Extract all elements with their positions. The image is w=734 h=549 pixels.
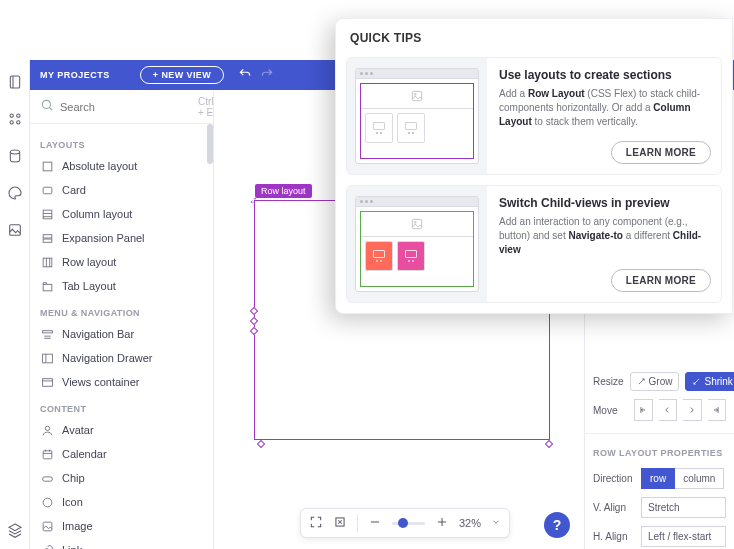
section-content: CONTENT (30, 394, 213, 418)
list-item[interactable]: Link (30, 538, 213, 549)
direction-row-button[interactable]: row (641, 468, 675, 489)
tab-layout-icon (40, 279, 54, 293)
layers-icon[interactable] (7, 522, 23, 541)
search-input[interactable] (60, 101, 198, 113)
search-shortcut: Ctrl + E (198, 96, 214, 118)
column-layout-icon (40, 207, 54, 221)
new-view-button[interactable]: + NEW VIEW (140, 66, 224, 84)
shrink-button[interactable]: Shrink (685, 372, 734, 391)
svg-rect-19 (43, 450, 52, 458)
fit-icon[interactable] (333, 515, 347, 532)
undo-button[interactable] (238, 67, 252, 84)
quick-tips-header: QUICK TIPS (336, 19, 732, 53)
list-item[interactable]: Calendar (30, 442, 213, 466)
selection-label: Row layout (255, 184, 312, 198)
tip-description: Add an interaction to any component (e.g… (499, 215, 711, 257)
svg-rect-17 (42, 378, 52, 386)
svg-rect-11 (43, 234, 52, 237)
quick-tips-panel: QUICK TIPS Use layouts to create section… (335, 18, 733, 314)
list-item[interactable]: Absolute layout (30, 154, 213, 178)
svg-point-4 (16, 121, 19, 124)
tip-title: Switch Child-views in preview (499, 196, 711, 210)
help-button[interactable]: ? (544, 512, 570, 538)
left-rail (0, 60, 30, 549)
list-item[interactable]: Card (30, 178, 213, 202)
halign-select[interactable]: Left / flex-start (641, 526, 726, 547)
data-icon[interactable] (7, 148, 23, 167)
halign-label: H. Align (593, 531, 635, 542)
zoom-slider[interactable] (392, 522, 425, 525)
fullscreen-icon[interactable] (309, 515, 323, 532)
expansion-panel-icon (40, 231, 54, 245)
direction-label: Direction (593, 473, 635, 484)
svg-rect-9 (43, 187, 52, 194)
views-container-icon (40, 375, 54, 389)
move-end-button[interactable] (708, 399, 726, 421)
calendar-icon (40, 447, 54, 461)
components-icon[interactable] (7, 111, 23, 130)
svg-rect-14 (43, 284, 52, 291)
svg-rect-15 (42, 330, 52, 332)
navbar-icon (40, 327, 54, 341)
svg-point-25 (414, 93, 416, 95)
valign-select[interactable]: Stretch (641, 497, 726, 518)
zoom-value: 32% (459, 517, 481, 529)
row-layout-section-title: ROW LAYOUT PROPERTIES (585, 433, 734, 464)
svg-rect-12 (43, 239, 52, 242)
list-item[interactable]: Views container (30, 370, 213, 394)
link-icon (40, 543, 54, 549)
theme-icon[interactable] (7, 185, 23, 204)
svg-point-3 (10, 121, 13, 124)
scrollbar-thumb[interactable] (207, 124, 213, 164)
resize-handle[interactable] (545, 440, 553, 448)
zoom-out-button[interactable] (368, 515, 382, 532)
list-item[interactable]: Chip (30, 466, 213, 490)
list-item[interactable]: Tab Layout (30, 274, 213, 298)
components-panel: Ctrl + E LAYOUTS Absolute layout Card Co… (30, 90, 214, 549)
section-menu: MENU & NAVIGATION (30, 298, 213, 322)
redo-button[interactable] (260, 67, 274, 84)
svg-rect-26 (412, 219, 421, 228)
move-right-button[interactable] (683, 399, 701, 421)
zoom-in-button[interactable] (435, 515, 449, 532)
zoom-toolbar: 32% (300, 508, 510, 538)
list-item[interactable]: Icon (30, 490, 213, 514)
list-item[interactable]: Navigation Bar (30, 322, 213, 346)
svg-rect-24 (412, 91, 421, 100)
svg-rect-8 (43, 162, 52, 171)
grow-button[interactable]: Grow (630, 372, 680, 391)
list-item[interactable]: Image (30, 514, 213, 538)
tip-thumbnail (347, 58, 487, 174)
assets-icon[interactable] (7, 222, 23, 241)
move-left-button[interactable] (659, 399, 677, 421)
pages-icon[interactable] (7, 74, 23, 93)
zoom-dropdown[interactable] (491, 516, 501, 530)
svg-rect-22 (43, 522, 52, 531)
list-item[interactable]: Expansion Panel (30, 226, 213, 250)
list-item[interactable]: Navigation Drawer (30, 346, 213, 370)
direction-column-button[interactable]: column (675, 468, 724, 489)
avatar-icon (40, 423, 54, 437)
divider (357, 514, 358, 532)
zoom-slider-knob[interactable] (398, 518, 408, 528)
resize-handle[interactable] (257, 440, 265, 448)
breadcrumb[interactable]: MY PROJECTS (40, 70, 110, 80)
list-item[interactable]: Avatar (30, 418, 213, 442)
learn-more-button[interactable]: LEARN MORE (611, 141, 711, 164)
svg-rect-0 (10, 76, 19, 88)
search-bar: Ctrl + E (30, 90, 213, 124)
move-start-button[interactable] (634, 399, 653, 421)
list-item[interactable]: Row layout (30, 250, 213, 274)
tip-description: Add a Row Layout (CSS Flex) to stack chi… (499, 87, 711, 129)
svg-rect-10 (43, 210, 52, 219)
search-icon (40, 98, 54, 115)
valign-label: V. Align (593, 502, 635, 513)
scrollbar-track[interactable] (207, 124, 213, 549)
list-item[interactable]: Column layout (30, 202, 213, 226)
svg-rect-20 (42, 476, 52, 480)
svg-point-27 (414, 221, 416, 223)
learn-more-button[interactable]: LEARN MORE (611, 269, 711, 292)
section-layouts: LAYOUTS (30, 130, 213, 154)
svg-point-1 (10, 114, 13, 117)
drawer-icon (40, 351, 54, 365)
